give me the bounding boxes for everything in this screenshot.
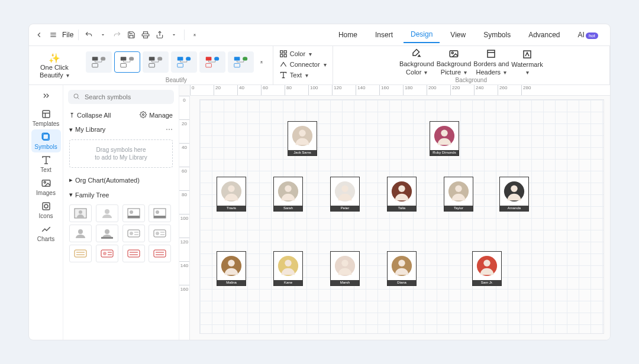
- svg-point-37: [451, 52, 453, 54]
- save-icon[interactable]: [126, 30, 137, 40]
- one-click-beautify-button[interactable]: ✨ One Click Beautify ▾: [35, 50, 74, 82]
- person-name: Sarah: [274, 206, 302, 211]
- menu-tab-ai[interactable]: AIhot: [571, 27, 605, 43]
- borders-headers-button[interactable]: Borders and Headers ▾: [473, 48, 509, 76]
- svg-rect-29: [260, 63, 263, 63]
- svg-rect-20: [186, 57, 191, 60]
- background-color-button[interactable]: Background Color ▾: [399, 48, 434, 76]
- nav-item-templates[interactable]: Templates: [31, 106, 61, 129]
- person-card-ruby-dimonds[interactable]: Ruby Dimonds: [430, 121, 459, 156]
- shape-grid: [63, 202, 179, 268]
- style-thumb-5[interactable]: [228, 51, 254, 73]
- avatar: [444, 177, 473, 206]
- person-card-peter[interactable]: Peter: [330, 177, 360, 212]
- share-icon[interactable]: [154, 30, 165, 40]
- svg-marker-7: [173, 34, 175, 35]
- org-chart-section[interactable]: ▸Org Chart(Automated): [63, 173, 179, 187]
- svg-rect-25: [234, 57, 240, 60]
- collapse-all-button[interactable]: ⤒ Collapse All: [69, 112, 111, 119]
- style-thumb-1[interactable]: [114, 51, 140, 73]
- back-icon[interactable]: [34, 30, 44, 40]
- menu-tab-view[interactable]: View: [443, 27, 473, 43]
- menu-tab-symbols[interactable]: Symbols: [476, 27, 518, 43]
- family-tree-shape-10[interactable]: [122, 245, 145, 262]
- svg-rect-31: [284, 51, 286, 53]
- menu-tab-home[interactable]: Home: [331, 27, 364, 43]
- hot-badge: hot: [586, 32, 598, 39]
- style-more-icon[interactable]: [256, 57, 267, 67]
- nav-item-charts[interactable]: Charts: [31, 222, 61, 245]
- symbol-panel: ⤒ Collapse All Manage ▾My Library ⋯ Drag…: [63, 85, 179, 340]
- collapse-panel-button[interactable]: [31, 89, 61, 103]
- avatar: [217, 177, 246, 206]
- undo-icon[interactable]: [83, 30, 94, 40]
- avatar: [331, 252, 359, 280]
- person-card-amanda[interactable]: Amanda: [499, 177, 529, 212]
- svg-rect-19: [178, 57, 183, 60]
- person-card-travis[interactable]: Travis: [217, 177, 246, 212]
- style-thumb-0[interactable]: [86, 51, 112, 73]
- nav-item-text[interactable]: Text: [31, 152, 61, 176]
- section-options-icon[interactable]: ⋯: [166, 125, 173, 134]
- connector-dropdown[interactable]: Connector▾: [279, 59, 327, 70]
- color-dropdown[interactable]: Color▾: [279, 48, 312, 59]
- nav-item-images[interactable]: Images: [31, 176, 61, 199]
- background-picture-button[interactable]: Background Picture ▾: [437, 48, 472, 76]
- person-card-malina[interactable]: Malina: [217, 251, 246, 286]
- format-group: Color▾ Connector▾ Text▾: [273, 46, 333, 84]
- menu-tab-advanced[interactable]: Advanced: [521, 27, 567, 43]
- dropzone[interactable]: Drag symbols here to add to My Library: [69, 139, 173, 168]
- family-tree-shape-8[interactable]: [69, 245, 92, 262]
- family-tree-shape-11[interactable]: [149, 245, 171, 262]
- search-input[interactable]: [68, 90, 174, 104]
- person-card-talia[interactable]: Talia: [387, 177, 417, 212]
- horizontal-ruler: 020406080100120140160180200220240260280: [190, 85, 610, 96]
- person-card-taylor[interactable]: Taylor: [444, 177, 473, 212]
- share-more-icon[interactable]: [169, 30, 179, 40]
- family-tree-shape-0[interactable]: [69, 204, 92, 222]
- person-card-kane[interactable]: Kane: [273, 251, 303, 286]
- watermark-button[interactable]: Watermark ▾: [511, 49, 543, 76]
- redo-icon[interactable]: [112, 30, 122, 40]
- family-tree-shape-3[interactable]: [149, 204, 171, 222]
- person-name: Taylor: [444, 206, 473, 211]
- svg-point-57: [105, 209, 109, 214]
- person-card-sam-jr.[interactable]: Sam Jr.: [472, 251, 502, 286]
- style-thumb-4[interactable]: [199, 51, 225, 73]
- print-icon[interactable]: [140, 30, 151, 40]
- person-name: Ruby Dimonds: [430, 150, 459, 155]
- person-card-diana[interactable]: Diana: [387, 251, 417, 286]
- text-dropdown[interactable]: Text▾: [279, 70, 308, 80]
- undo-more-icon[interactable]: [98, 30, 108, 40]
- person-card-sarah[interactable]: Sarah: [273, 177, 303, 212]
- manage-button[interactable]: Manage: [140, 111, 173, 119]
- style-thumb-2[interactable]: [143, 51, 169, 73]
- collapse-icon: ⤒: [69, 112, 75, 119]
- svg-rect-16: [149, 57, 155, 60]
- my-library-section[interactable]: ▾My Library ⋯: [63, 122, 179, 137]
- family-tree-shape-6[interactable]: [122, 225, 145, 242]
- family-tree-shape-7[interactable]: [149, 225, 171, 242]
- person-card-jack-sams[interactable]: Jack Sams: [288, 121, 317, 156]
- family-tree-section[interactable]: ▾Family Tree: [63, 187, 179, 202]
- nav-item-symbols[interactable]: Symbols: [31, 129, 61, 152]
- background-label: Background: [456, 77, 487, 83]
- nav-item-icons[interactable]: Icons: [31, 199, 61, 222]
- family-tree-shape-2[interactable]: [122, 204, 145, 222]
- family-tree-shape-5[interactable]: [96, 225, 118, 242]
- person-card-marsh[interactable]: Marsh: [330, 251, 360, 286]
- style-thumb-3[interactable]: [171, 51, 197, 73]
- menu-icon[interactable]: [48, 30, 59, 40]
- app-window: File HomeInsertDesignViewSymbolsAdvanced…: [28, 24, 611, 340]
- canvas[interactable]: Jack SamsRuby DimondsTravisSarahPeterTal…: [199, 99, 604, 334]
- family-tree-shape-9[interactable]: [96, 245, 118, 262]
- file-menu[interactable]: File: [62, 31, 73, 39]
- toolbar-overflow-icon[interactable]: [189, 30, 200, 40]
- person-name: Jack Sams: [288, 150, 317, 155]
- menu-tab-design[interactable]: Design: [404, 27, 440, 43]
- menu-tab-insert[interactable]: Insert: [368, 27, 400, 43]
- avatar: [274, 252, 302, 280]
- family-tree-shape-4[interactable]: [69, 225, 92, 242]
- family-tree-shape-1[interactable]: [96, 204, 118, 222]
- svg-point-62: [156, 210, 159, 214]
